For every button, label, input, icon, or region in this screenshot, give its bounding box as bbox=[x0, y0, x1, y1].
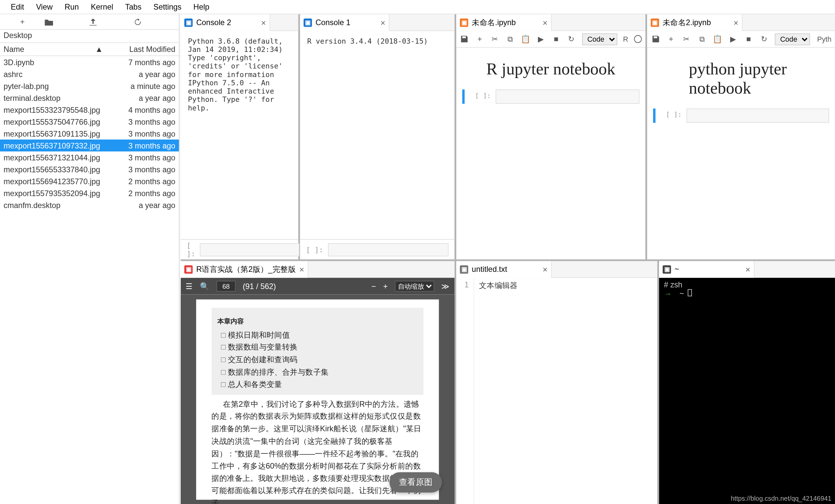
tab-label: R语言实战（第2版）_完整版 bbox=[196, 264, 296, 274]
new-launcher-button[interactable]: + bbox=[0, 17, 45, 26]
page-number-input[interactable] bbox=[216, 281, 236, 291]
menu-run[interactable]: Run bbox=[59, 2, 85, 11]
save-button[interactable] bbox=[651, 35, 660, 44]
cell-input[interactable] bbox=[495, 89, 639, 104]
close-icon[interactable]: × bbox=[733, 18, 738, 27]
refresh-button[interactable] bbox=[134, 18, 179, 25]
close-icon[interactable]: × bbox=[261, 18, 266, 27]
menu-tabs[interactable]: Tabs bbox=[119, 2, 147, 11]
notebook-r-panel: ▣ 未命名.ipynb × + ✂ ⧉ 📋 ▶ ■ ↻ Code R R jup… bbox=[456, 14, 646, 259]
tab-console-2[interactable]: ▣ Console 2 × bbox=[181, 14, 270, 30]
add-cell-button[interactable]: + bbox=[666, 35, 676, 44]
restart-button[interactable]: ↻ bbox=[759, 35, 769, 44]
file-item[interactable]: mexport1556371321044.jpg3 months ago bbox=[0, 151, 179, 163]
view-original-button[interactable]: 查看原图 bbox=[389, 472, 442, 492]
copy-button[interactable]: ⧉ bbox=[697, 35, 707, 44]
cell-type-select[interactable]: Code bbox=[582, 33, 617, 45]
page-total: (91 / 562) bbox=[243, 282, 276, 291]
file-item[interactable]: ashrca year ago bbox=[0, 68, 179, 80]
terminal-icon: ▣ bbox=[663, 265, 671, 273]
close-icon[interactable]: × bbox=[543, 18, 548, 27]
kernel-status-icon bbox=[634, 35, 642, 43]
menu-help[interactable]: Help bbox=[188, 2, 216, 11]
notebook-icon: ▣ bbox=[460, 18, 468, 26]
file-item[interactable]: mexport1556371091135.jpg3 months ago bbox=[0, 128, 179, 140]
menu-view[interactable]: View bbox=[30, 2, 59, 11]
run-button[interactable]: ▶ bbox=[536, 35, 546, 44]
file-item[interactable]: mexport1556553337840.jpg3 months ago bbox=[0, 163, 179, 175]
sidebar-toggle-icon[interactable]: ☰ bbox=[186, 282, 193, 291]
text-editor-panel: ▣ untitled.txt × 1 文本编辑器 bbox=[456, 261, 657, 504]
file-item[interactable]: mexport1556371097332.jpg3 months ago bbox=[0, 140, 179, 151]
console-1-panel: ▣ Console 1 × R version 3.4.4 (2018-03-1… bbox=[300, 14, 454, 259]
add-cell-button[interactable]: + bbox=[475, 35, 484, 44]
save-button[interactable] bbox=[460, 35, 469, 44]
menu-edit[interactable]: Edit bbox=[5, 2, 30, 11]
paste-button[interactable]: 📋 bbox=[713, 35, 722, 44]
tab-label: ~ bbox=[675, 265, 679, 273]
tab-label: Console 2 bbox=[196, 18, 231, 27]
watermark: https://blog.csdn.net/qq_42146941 bbox=[731, 495, 831, 502]
more-icon[interactable]: ≫ bbox=[441, 282, 450, 291]
console-icon: ▣ bbox=[184, 18, 192, 26]
close-icon[interactable]: × bbox=[543, 265, 548, 274]
run-button[interactable]: ▶ bbox=[728, 35, 738, 44]
tab-terminal[interactable]: ▣ ~ × bbox=[659, 261, 754, 277]
zoom-select[interactable]: 自动缩放 bbox=[395, 281, 434, 291]
console-input[interactable] bbox=[200, 243, 300, 256]
zoom-out-button[interactable]: − bbox=[371, 282, 376, 291]
close-icon[interactable]: × bbox=[381, 18, 385, 27]
header-modified[interactable]: Last Modified bbox=[104, 45, 175, 54]
file-item[interactable]: cmanfm.desktopa year ago bbox=[0, 199, 179, 211]
zoom-in-button[interactable]: + bbox=[383, 282, 388, 291]
paste-button[interactable]: 📋 bbox=[521, 35, 530, 44]
tab-textfile[interactable]: ▣ untitled.txt × bbox=[456, 261, 551, 277]
pdf-panel: ▣ R语言实战（第2版）_完整版 × ☰ 🔍 (91 / 562) − + 自动… bbox=[181, 261, 454, 504]
menu-kernel[interactable]: Kernel bbox=[85, 2, 119, 11]
code-cell[interactable]: [ ]: bbox=[462, 89, 639, 104]
stop-button[interactable]: ■ bbox=[744, 35, 753, 44]
pdf-toolbar: ☰ 🔍 (91 / 562) − + 自动缩放 ≫ bbox=[181, 278, 454, 294]
search-icon[interactable]: 🔍 bbox=[200, 282, 209, 291]
pdf-icon: ▣ bbox=[184, 265, 192, 273]
prompt: [ ]: bbox=[660, 108, 682, 119]
restart-button[interactable]: ↻ bbox=[567, 35, 576, 44]
console-2-panel: ▣ Console 2 × Python 3.6.8 (default, Jan… bbox=[181, 14, 298, 259]
header-name[interactable]: Name bbox=[4, 45, 94, 54]
copy-button[interactable]: ⧉ bbox=[506, 35, 515, 44]
file-item[interactable]: pyter-lab.pnga minute ago bbox=[0, 80, 179, 92]
file-item[interactable]: terminal.desktopa year ago bbox=[0, 92, 179, 104]
tab-pdf[interactable]: ▣ R语言实战（第2版）_完整版 × bbox=[181, 261, 308, 277]
tab-console-1[interactable]: ▣ Console 1 × bbox=[300, 14, 389, 30]
file-item[interactable]: mexport1556941235770.jpg2 months ago bbox=[0, 175, 179, 187]
menu-settings[interactable]: Settings bbox=[147, 2, 188, 11]
close-icon[interactable]: × bbox=[299, 265, 304, 274]
sort-indicator-icon: ▲ bbox=[94, 45, 104, 54]
cell-type-select[interactable]: Code bbox=[775, 33, 810, 45]
tab-notebook-py[interactable]: ▣ 未命名2.ipynb × bbox=[647, 14, 742, 30]
cut-button[interactable]: ✂ bbox=[682, 35, 691, 44]
tab-label: untitled.txt bbox=[472, 265, 507, 273]
editor-content[interactable]: 文本编辑器 bbox=[474, 278, 657, 504]
close-icon[interactable]: × bbox=[745, 265, 750, 274]
bullet-item: 模拟日期和时间值 bbox=[221, 329, 418, 341]
file-item[interactable]: mexport1555375047766.jpg3 months ago bbox=[0, 116, 179, 128]
file-item[interactable]: mexport1557935352094.jpg2 months ago bbox=[0, 187, 179, 199]
bullet-item: 数据数组与变量转换 bbox=[221, 341, 418, 354]
kernel-name: R bbox=[623, 35, 628, 43]
code-cell[interactable]: [ ]: bbox=[653, 108, 829, 123]
console-input[interactable] bbox=[328, 243, 448, 256]
stop-button[interactable]: ■ bbox=[551, 35, 561, 44]
textfile-icon: ▣ bbox=[460, 265, 468, 273]
new-folder-button[interactable] bbox=[45, 18, 89, 25]
terminal-output[interactable]: # zsh → ~ bbox=[659, 278, 835, 504]
cell-input[interactable] bbox=[687, 108, 829, 123]
file-item[interactable]: 3D.ipynb7 months ago bbox=[0, 56, 179, 68]
bullet-item: 交互的创建和查询码 bbox=[221, 354, 418, 366]
notebook-toolbar: + ✂ ⧉ 📋 ▶ ■ ↻ Code Pyth bbox=[647, 31, 835, 48]
cut-button[interactable]: ✂ bbox=[490, 35, 500, 44]
upload-button[interactable] bbox=[89, 18, 134, 25]
file-item[interactable]: mexport1553323795548.jpg4 months ago bbox=[0, 104, 179, 116]
tab-notebook-r[interactable]: ▣ 未命名.ipynb × bbox=[456, 14, 551, 30]
breadcrumb[interactable]: Desktop bbox=[0, 30, 179, 43]
